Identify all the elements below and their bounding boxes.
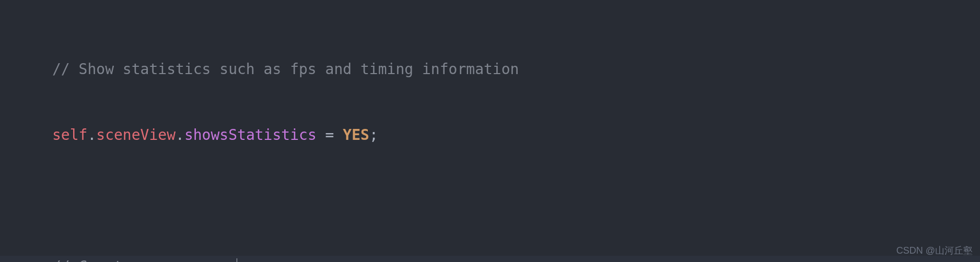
constant-yes: YES [343,124,369,146]
equals-operator: = [317,124,343,146]
property-sceneview: sceneView [96,124,176,146]
code-line-3-highlighted: // Create a new scene [0,256,980,262]
comment-text: // Show statistics such as fps and timin… [52,58,519,80]
property-showsstatistics: showsStatistics [184,124,317,146]
semicolon: ; [369,124,378,146]
code-line-2: self.sceneView.showsStatistics = YES; [0,124,980,146]
dot: . [176,124,184,146]
text-cursor [237,258,237,262]
empty-line [0,190,980,212]
dot: . [87,124,96,146]
comment-text: // Create a new scene [52,256,237,262]
keyword-self: self [52,124,87,146]
watermark-text: CSDN @山河丘壑 [896,244,973,258]
code-line-1: // Show statistics such as fps and timin… [0,58,980,80]
code-editor[interactable]: // Show statistics such as fps and timin… [0,0,980,262]
